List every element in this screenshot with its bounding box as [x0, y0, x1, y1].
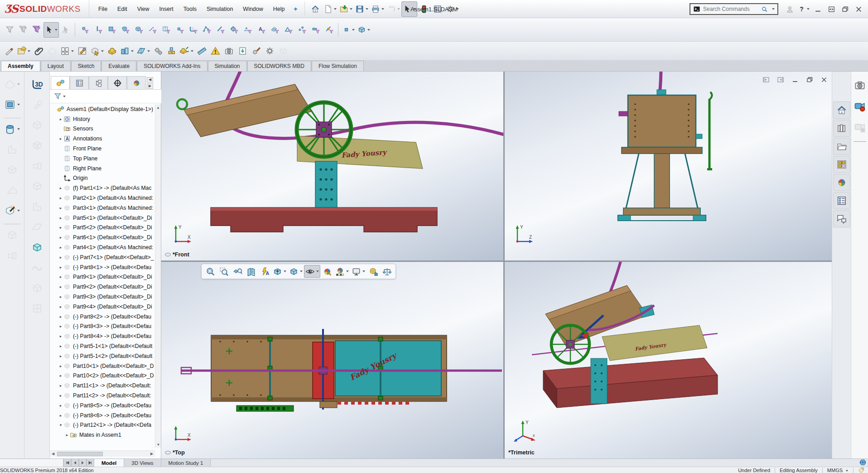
menu-tools[interactable]: Tools: [179, 4, 201, 14]
tree-item[interactable]: Assem1 (Default<Display State-1>): [50, 104, 155, 114]
dock-tool-b8-icon[interactable]: [27, 218, 48, 236]
close-viewport-icon[interactable]: [818, 74, 830, 85]
commandtab-sketch[interactable]: Sketch: [71, 61, 101, 71]
edit-appearance-icon[interactable]: [320, 265, 334, 278]
commandtab-simulation[interactable]: Simulation: [208, 61, 247, 71]
dropdown-caret[interactable]: [346, 270, 349, 272]
menu-window[interactable]: Window: [238, 4, 267, 14]
graphics-area[interactable]: Fady Yousry: [161, 72, 832, 459]
status-units-selector[interactable]: MMGS▲: [827, 468, 849, 473]
dock-tool-b11-icon[interactable]: [27, 279, 48, 297]
dimxpertmanager-tab[interactable]: [108, 76, 127, 89]
viewport-horizontal-divider[interactable]: [161, 261, 832, 262]
expander-icon[interactable]: ▸: [58, 206, 63, 210]
viewport-top[interactable]: Fady Yousry X *Top: [161, 262, 503, 459]
home-button-icon[interactable]: [309, 1, 322, 17]
tree-item[interactable]: ▸History: [50, 114, 155, 124]
tree-item[interactable]: ▸Part4<1> (Default<As Machined:: [50, 242, 155, 252]
dropdown-caret[interactable]: [17, 104, 20, 106]
filter-origins-icon[interactable]: [227, 22, 241, 38]
commandtab-solidworks-add-ins[interactable]: SOLIDWORKS Add-Ins: [137, 61, 207, 71]
search-icon[interactable]: [761, 6, 768, 13]
expander-icon[interactable]: ▸: [58, 393, 63, 398]
viewport-right[interactable]: YZ: [505, 72, 832, 261]
expander-icon[interactable]: ▸: [58, 344, 63, 348]
expander-icon[interactable]: ▸: [58, 235, 63, 240]
featuremanager-design-tree-tab[interactable]: [51, 76, 70, 89]
quick-filter-custom-icon[interactable]: [356, 22, 371, 38]
dropdown-caret[interactable]: [71, 50, 74, 52]
tree-item[interactable]: ▸(-) Part7<1> (Default<<Default>_: [50, 252, 155, 262]
expander-icon[interactable]: ▸: [58, 196, 63, 200]
dropdown-caret[interactable]: [350, 8, 352, 10]
tree-item[interactable]: ▸Part9<1> (Default<<Default>_Di: [50, 272, 155, 282]
viewtab-motion-study-1[interactable]: Motion Study 1: [161, 459, 211, 467]
dock-tool-b12-icon[interactable]: [27, 299, 48, 318]
dock-tool-a5-icon[interactable]: [2, 161, 23, 179]
view-palette-tab-icon[interactable]: [833, 156, 850, 173]
dropdown-caret[interactable]: [362, 270, 365, 272]
pause-video-button-icon[interactable]: [853, 118, 867, 136]
component-preview-window-icon[interactable]: [45, 43, 59, 59]
restore-viewport-icon[interactable]: [804, 74, 815, 85]
dropdown-caret[interactable]: [352, 29, 355, 31]
dropdown-caret[interactable]: [316, 270, 319, 272]
scroll-left-arrow[interactable]: ◀: [50, 452, 56, 456]
commandtab-layout[interactable]: Layout: [41, 61, 71, 71]
restore-window-icon[interactable]: [838, 1, 852, 17]
expander-icon[interactable]: ▸: [58, 255, 63, 260]
search-dropdown-caret[interactable]: [772, 8, 775, 10]
minimize-window-icon[interactable]: [811, 1, 825, 17]
zoom-to-fit-icon[interactable]: [203, 265, 217, 278]
dock-tool-a4-icon[interactable]: [2, 140, 23, 159]
expander-icon[interactable]: ▸: [58, 245, 63, 250]
dropdown-caret[interactable]: [17, 83, 20, 85]
tree-item[interactable]: ▾(-) Part12<1> -> (Default<<Defa: [50, 420, 155, 430]
expander-icon[interactable]: ▸: [58, 413, 63, 418]
dropdown-caret[interactable]: [456, 8, 459, 10]
instant-3d-icon[interactable]: [195, 43, 208, 59]
file-explorer-tab-icon[interactable]: [833, 138, 850, 155]
dock-tool-b2-icon[interactable]: [27, 96, 48, 114]
tree-item[interactable]: ▸Part6<1> (Default<<Default>_Di: [50, 232, 155, 242]
take-snapshot-icon[interactable]: [222, 43, 236, 59]
expander-icon[interactable]: ▸: [58, 324, 63, 328]
dropdown-caret[interactable]: [381, 8, 384, 10]
tree-item[interactable]: ▸Part2<1> (Default<As Machined:: [50, 193, 155, 203]
user-account-icon-icon[interactable]: [783, 1, 796, 17]
filter-axes-icon[interactable]: [145, 22, 159, 38]
commandtab-solidworks-mbd[interactable]: SOLIDWORKS MBD: [247, 61, 311, 71]
hide-show-items-icon[interactable]: [304, 265, 320, 278]
tree-item[interactable]: Top Plane: [50, 154, 155, 164]
dock-tool-a6-icon[interactable]: [2, 181, 23, 199]
fm-tab-scroll-arrows[interactable]: ◀▶: [147, 76, 153, 89]
minimize-viewport-icon[interactable]: [789, 74, 801, 85]
fm-tabs-right-arrow[interactable]: ▶: [147, 83, 153, 89]
tree-item[interactable]: ▸Part10<1> (Default<<Default>_D: [50, 361, 155, 371]
expander-icon[interactable]: ▸: [58, 334, 63, 338]
move-component-icon[interactable]: [89, 43, 105, 59]
dropdown-caret[interactable]: [28, 50, 30, 52]
view-orientation-icon[interactable]: [271, 265, 288, 278]
quick-filter-standard-icon[interactable]: [341, 22, 356, 38]
fm-tabs-left-arrow[interactable]: ◀: [147, 77, 153, 82]
interference-detection-icon[interactable]: [208, 43, 222, 59]
filter-datums-icon[interactable]: [295, 22, 309, 38]
menu-edit[interactable]: Edit: [113, 4, 132, 14]
clear-selection-filter-icon[interactable]: [3, 22, 16, 38]
filter-planes-icon[interactable]: [159, 22, 173, 38]
close-window-icon[interactable]: [852, 1, 865, 17]
reference-geometry-icon[interactable]: [135, 43, 151, 59]
expander-icon[interactable]: ▸: [58, 314, 63, 319]
displaymanager-tab[interactable]: [127, 76, 146, 89]
design-library-tab-icon[interactable]: [833, 120, 850, 137]
tree-item[interactable]: ▸(f) Part1<1> -> (Default<As Mac: [50, 183, 155, 193]
filter-vertices-icon[interactable]: [77, 22, 91, 38]
dropdown-caret[interactable]: [397, 8, 400, 10]
propertymanager-tab[interactable]: [70, 76, 89, 89]
filter-sketch-segments-icon[interactable]: [200, 22, 213, 38]
tree-item[interactable]: ▸(-) Part8<5> -> (Default<<Defau: [50, 401, 155, 410]
tree-item[interactable]: ▸Part5<2> (Default<<Default>_Di: [50, 223, 155, 233]
dropdown-caret[interactable]: [413, 8, 416, 10]
bill-of-materials-icon[interactable]: [165, 43, 178, 59]
